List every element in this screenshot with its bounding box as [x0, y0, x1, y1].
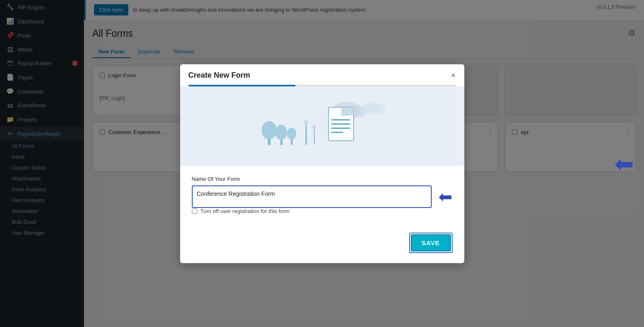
svg-marker-17	[341, 107, 354, 116]
svg-rect-12	[305, 124, 307, 145]
svg-point-5	[371, 104, 386, 114]
modal-title: Create New Form	[188, 71, 250, 80]
modal-body: Name Of Your Form ⬅ Turn off user regist…	[180, 166, 464, 233]
arrow-right-outside: ⬅	[614, 150, 634, 177]
svg-point-13	[303, 120, 308, 125]
form-name-input[interactable]	[193, 187, 430, 200]
modal-header: Create New Form ×	[180, 64, 464, 80]
turn-off-registration-checkbox[interactable]	[192, 208, 197, 214]
svg-point-15	[312, 125, 316, 129]
modal-footer: SAVE	[180, 233, 464, 263]
checkbox-row: Turn off user registration for this form	[192, 208, 453, 214]
svg-point-9	[275, 125, 287, 140]
arrow-into-input: ⬅	[438, 188, 453, 205]
create-form-modal: Create New Form ×	[180, 64, 464, 263]
svg-point-7	[262, 121, 277, 139]
modal-close-button[interactable]: ×	[451, 71, 456, 79]
svg-rect-14	[314, 128, 315, 145]
modal-illustration	[180, 86, 464, 166]
svg-point-11	[287, 128, 296, 139]
save-button[interactable]: SAVE	[411, 234, 451, 251]
field-label: Name Of Your Form	[192, 176, 453, 182]
modal-overlay[interactable]: Create New Form ×	[0, 0, 644, 327]
checkbox-label: Turn off user registration for this form	[201, 208, 290, 214]
